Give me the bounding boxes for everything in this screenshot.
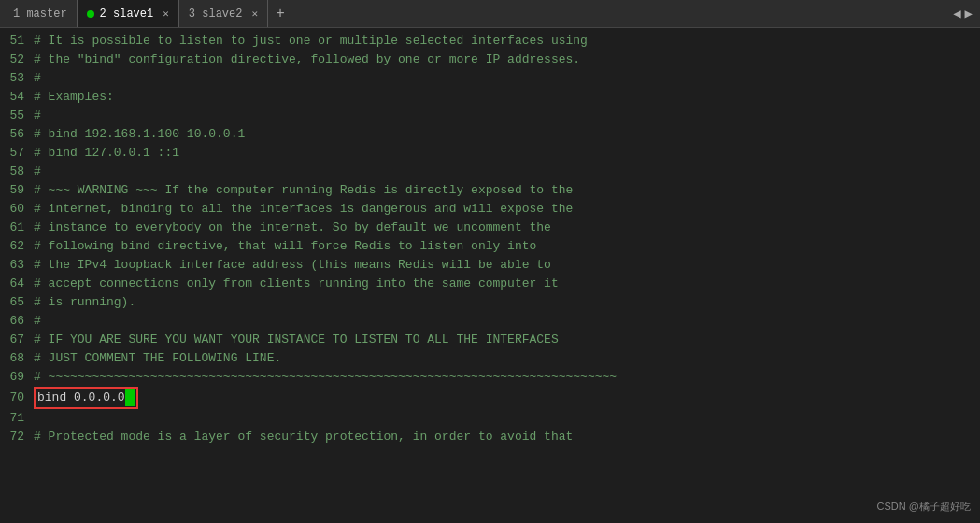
tab-1-label: 1 master (13, 7, 67, 21)
line-number: 66 (0, 312, 34, 331)
line-content: # (34, 312, 41, 331)
code-line-59: 59# ~~~ WARNING ~~~ If the computer runn… (0, 181, 980, 200)
code-line-51: 51# It is possible to listen to just one… (0, 32, 980, 50)
line-number: 58 (0, 163, 34, 181)
line-number: 64 (0, 275, 34, 293)
code-line-67: 67# IF YOU ARE SURE YOU WANT YOUR INSTAN… (0, 331, 980, 349)
line-number: 61 (0, 219, 34, 237)
code-line-53: 53# (0, 69, 980, 88)
line-content: # the "bind" configuration directive, fo… (34, 50, 580, 69)
code-line-72: 72# Protected mode is a layer of securit… (0, 428, 980, 446)
line-number: 68 (0, 349, 34, 368)
code-line-55: 55# (0, 106, 980, 125)
line-content: # ~~~~~~~~~~~~~~~~~~~~~~~~~~~~~~~~~~~~~~… (34, 368, 617, 387)
line-content: # ~~~ WARNING ~~~ If the computer runnin… (34, 181, 573, 200)
line-content: # bind 192.168.1.100 10.0.0.1 (34, 125, 245, 144)
line-number: 52 (0, 50, 34, 69)
line-number: 69 (0, 368, 34, 387)
line-content: # It is possible to listen to just one o… (34, 32, 588, 50)
tab-2-label: 2 slave1 (100, 7, 154, 21)
code-line-57: 57# bind 127.0.0.1 ::1 (0, 144, 980, 163)
line-number: 72 (0, 428, 34, 446)
code-line-60: 60# internet, binding to all the interfa… (0, 200, 980, 219)
line-number: 51 (0, 32, 34, 50)
line-content: # (34, 106, 41, 125)
watermark: CSDN @橘子超好吃 (877, 500, 971, 514)
line-number: 70 (0, 389, 34, 407)
line-content: # internet, binding to all the interface… (34, 200, 573, 219)
line-number: 62 (0, 237, 34, 256)
code-area: 51# It is possible to listen to just one… (0, 28, 980, 523)
bind-command-box: bind 0.0.0.0 (34, 387, 138, 409)
line-content: # accept connections only from clients r… (34, 275, 559, 293)
line-number: 59 (0, 181, 34, 200)
code-line-58: 58# (0, 163, 980, 181)
code-line-54: 54# Examples: (0, 88, 980, 106)
line-number: 54 (0, 88, 34, 106)
line-content: # Examples: (34, 88, 114, 106)
line-content: bind 0.0.0.0 (34, 387, 138, 409)
tab-add-button[interactable]: + (268, 0, 292, 27)
line-content: # (34, 69, 41, 88)
line-content: # (34, 163, 41, 181)
line-number: 65 (0, 293, 34, 312)
code-line-52: 52# the "bind" configuration directive, … (0, 50, 980, 69)
bind-command-text: bind 0.0.0.0 (37, 389, 125, 407)
line-number: 57 (0, 144, 34, 163)
tab-1-master[interactable]: 1 master (4, 0, 78, 27)
tab-bar: 1 master 2 slave1 ✕ 3 slave2 ✕ + ◀ ▶ (0, 0, 980, 28)
line-content: # instance to everybody on the internet.… (34, 219, 551, 237)
nav-left-icon[interactable]: ◀ (953, 6, 960, 21)
line-content: # bind 127.0.0.1 ::1 (34, 144, 179, 163)
line-content: # following bind directive, that will fo… (34, 237, 536, 256)
code-line-56: 56# bind 192.168.1.100 10.0.0.1 (0, 125, 980, 144)
code-line-62: 62# following bind directive, that will … (0, 237, 980, 256)
line-number: 71 (0, 409, 34, 428)
line-number: 56 (0, 125, 34, 144)
code-line-71: 71 (0, 409, 980, 428)
nav-right-icon[interactable]: ▶ (965, 6, 973, 21)
code-line-69: 69# ~~~~~~~~~~~~~~~~~~~~~~~~~~~~~~~~~~~~… (0, 368, 980, 387)
tab-2-close[interactable]: ✕ (163, 7, 169, 20)
tab-3-slave2[interactable]: 3 slave2 ✕ (179, 0, 268, 27)
cursor-block (125, 389, 135, 406)
line-content: # is running). (34, 293, 135, 312)
line-number: 55 (0, 106, 34, 125)
tab-nav: ◀ ▶ (953, 6, 976, 21)
tab-3-label: 3 slave2 (189, 7, 243, 21)
line-number: 53 (0, 69, 34, 88)
tab-3-close[interactable]: ✕ (251, 7, 258, 20)
code-line-64: 64# accept connections only from clients… (0, 275, 980, 293)
tab-2-slave1[interactable]: 2 slave1 ✕ (78, 0, 179, 27)
code-line-66: 66# (0, 312, 980, 331)
line-content: # the IPv4 loopback interface address (t… (34, 256, 551, 275)
line-number: 60 (0, 200, 34, 219)
code-line-65: 65# is running). (0, 293, 980, 312)
code-line-63: 63# the IPv4 loopback interface address … (0, 256, 980, 275)
code-line-68: 68# JUST COMMENT THE FOLLOWING LINE. (0, 349, 980, 368)
code-line-70: 70bind 0.0.0.0 (0, 387, 980, 409)
line-content: # Protected mode is a layer of security … (34, 428, 573, 446)
line-number: 67 (0, 331, 34, 349)
tab-2-dot (87, 10, 94, 18)
code-line-61: 61# instance to everybody on the interne… (0, 219, 980, 237)
line-content: # IF YOU ARE SURE YOU WANT YOUR INSTANCE… (34, 331, 559, 349)
line-number: 63 (0, 256, 34, 275)
line-content: # JUST COMMENT THE FOLLOWING LINE. (34, 349, 281, 368)
